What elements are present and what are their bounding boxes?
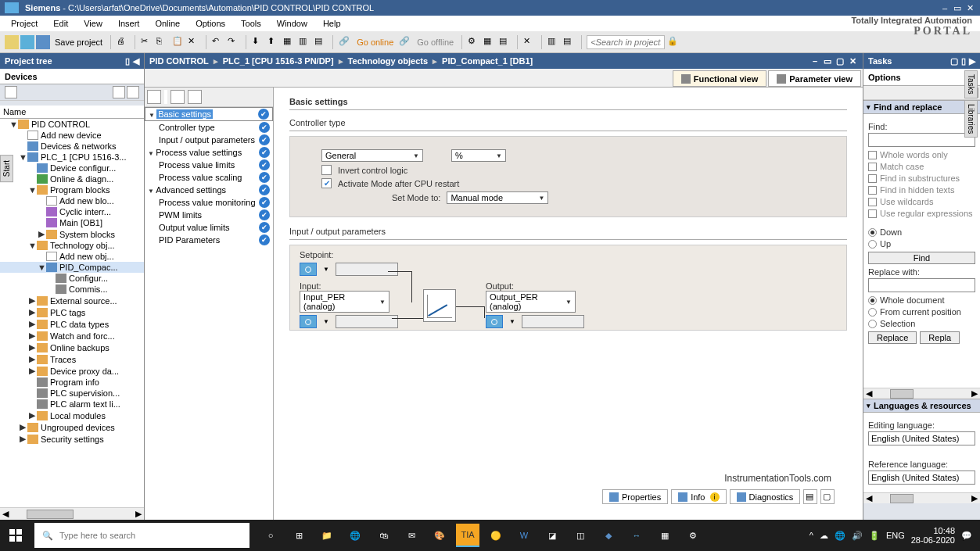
unit-select[interactable]: %▼ (451, 149, 506, 162)
tb-icon-2[interactable]: ▤ (314, 35, 328, 49)
inspector-layout-2-icon[interactable]: ▢ (820, 489, 835, 504)
menu-edit[interactable]: Edit (45, 19, 76, 28)
tree-item-8[interactable]: Cyclic interr... (0, 206, 144, 217)
tree-item-9[interactable]: Main [OB1] (0, 217, 144, 228)
editing-lang-select[interactable]: English (United States) (868, 431, 975, 445)
tree-item-6[interactable]: ▼Program blocks (0, 184, 144, 195)
cfg-item-4[interactable]: Process value limits✔ (145, 159, 273, 171)
project-tree[interactable]: ▼PID CONTROLAdd new deviceDevices & netw… (0, 119, 144, 507)
bc-3[interactable]: PID_Compact_1 [DB1] (442, 56, 533, 66)
tasks-col-icon[interactable]: ▯ (961, 56, 966, 66)
up-radio[interactable] (868, 240, 877, 249)
tb-icon-1[interactable]: ▥ (298, 35, 312, 49)
editor-restore-icon[interactable]: ▭ (822, 56, 833, 66)
windows-search[interactable]: 🔍Type here to search (34, 523, 249, 548)
tree-item-18[interactable]: ▶PLC data types (0, 318, 144, 330)
tree-item-12[interactable]: Add new obj... (0, 251, 144, 262)
close-icon[interactable]: ✕ (964, 2, 975, 13)
find-opt-1[interactable]: Match case (868, 162, 975, 171)
cfg-item-1[interactable]: Controller type✔ (145, 121, 273, 134)
menu-help[interactable]: Help (315, 19, 349, 28)
tree-item-0[interactable]: ▼PID CONTROL (0, 119, 144, 130)
cfg-tool-3-icon[interactable] (188, 90, 202, 104)
split-v-icon[interactable]: ▤ (562, 35, 576, 49)
open-icon[interactable] (20, 35, 34, 49)
replace-all-button[interactable]: Repla (920, 331, 960, 344)
down-radio[interactable] (868, 228, 877, 237)
replace-input[interactable] (868, 278, 975, 292)
go-online-icon[interactable]: 🔗 (338, 35, 352, 49)
setpoint-tag-icon[interactable] (300, 263, 317, 276)
cortana-icon[interactable]: ○ (259, 524, 282, 547)
tasks-pin-icon[interactable]: ▢ (950, 56, 958, 66)
print-icon[interactable]: 🖨 (116, 35, 130, 49)
output-select[interactable]: Output_PER (analog)▼ (486, 291, 576, 313)
teamviewer-icon[interactable]: ↔ (625, 524, 648, 547)
output-value[interactable] (522, 315, 584, 328)
notifications-icon[interactable]: 💬 (961, 531, 972, 541)
tree-item-16[interactable]: ▶External source... (0, 295, 144, 306)
go-online[interactable]: Go online (354, 38, 397, 47)
clock[interactable]: 10:48 28-06-2020 (911, 526, 955, 545)
tb-close-icon[interactable]: ✕ (522, 35, 537, 49)
collapse-icon[interactable]: ▯ (125, 56, 130, 66)
tab-info[interactable]: Infoi (671, 489, 726, 504)
cut-icon[interactable]: ✂ (140, 35, 154, 49)
editor-max-icon[interactable]: ▢ (835, 56, 845, 66)
ref-lang-select[interactable]: English (United States) (868, 470, 975, 485)
menu-window[interactable]: Window (269, 19, 315, 28)
cfg-item-0[interactable]: Basic settings✔ (145, 107, 273, 121)
tb-icon-5[interactable]: ▤ (498, 35, 512, 49)
menu-online[interactable]: Online (147, 19, 188, 28)
tab-diagnostics[interactable]: Diagnostics (730, 489, 801, 504)
mode-select[interactable]: Manual mode▼ (447, 191, 548, 204)
app-5-icon[interactable]: ⚙ (681, 524, 705, 547)
tree-item-15[interactable]: Commis... (0, 284, 144, 295)
find-opt-0[interactable]: Whole words only (868, 150, 975, 159)
paint-icon[interactable]: 🎨 (428, 524, 451, 547)
tab-parameter-view[interactable]: Parameter view (768, 70, 861, 87)
tb-icon-4[interactable]: ▦ (483, 35, 497, 49)
cfg-item-9[interactable]: Output value limits✔ (145, 221, 273, 234)
whole-doc-radio[interactable] (868, 296, 877, 305)
store-icon[interactable]: 🛍 (372, 524, 395, 547)
bc-2[interactable]: Technology objects (348, 56, 428, 66)
tree-item-26[interactable]: ▶Local modules (0, 410, 144, 421)
go-offline[interactable]: Go offline (414, 38, 457, 47)
minimize-icon[interactable]: – (939, 2, 950, 13)
tb-icon-3[interactable]: ⚙ (467, 35, 481, 49)
menu-tools[interactable]: Tools (233, 19, 269, 28)
input-tag-icon[interactable] (300, 315, 317, 328)
editor-min-icon[interactable]: – (809, 56, 820, 66)
app-4-icon[interactable]: ▦ (653, 524, 677, 547)
bc-0[interactable]: PID CONTROL (149, 56, 209, 66)
tab-properties[interactable]: Properties (602, 489, 668, 504)
go-offline-icon[interactable]: 🔗 (398, 35, 412, 49)
cfg-item-3[interactable]: Process value settings✔ (145, 146, 273, 159)
split-h-icon[interactable]: ▥ (547, 35, 561, 49)
tree-item-20[interactable]: ▶Online backups (0, 342, 144, 353)
onedrive-icon[interactable]: ☁ (820, 531, 828, 541)
save-icon[interactable] (36, 35, 50, 49)
tree-item-14[interactable]: Configur... (0, 273, 144, 284)
tray-up-icon[interactable]: ^ (809, 531, 813, 540)
find-input[interactable] (868, 133, 975, 147)
cfg-tool-1-icon[interactable] (147, 90, 161, 104)
tree-item-4[interactable]: Device configur... (0, 163, 144, 174)
tree-item-5[interactable]: Online & diagn... (0, 174, 144, 184)
redo-icon[interactable]: ↷ (227, 35, 241, 49)
tree-tool-3-icon[interactable] (127, 86, 139, 98)
menu-insert[interactable]: Insert (110, 19, 148, 28)
new-icon[interactable] (5, 35, 19, 49)
tree-item-25[interactable]: PLC alarm text li... (0, 399, 144, 410)
input-value[interactable] (336, 315, 398, 328)
inspector-layout-1-icon[interactable]: ▤ (803, 489, 817, 504)
start-button[interactable] (0, 520, 31, 551)
network-icon[interactable]: 🌐 (835, 531, 845, 541)
tree-item-27[interactable]: ▶Ungrouped devices (0, 421, 144, 433)
tree-item-21[interactable]: ▶Traces (0, 353, 144, 365)
search-lock-icon[interactable]: 🔒 (666, 35, 680, 49)
find-opt-4[interactable]: Use wildcards (868, 197, 975, 206)
tab-functional-view[interactable]: Functional view (673, 70, 767, 87)
cfg-item-6[interactable]: Advanced settings✔ (145, 184, 273, 196)
